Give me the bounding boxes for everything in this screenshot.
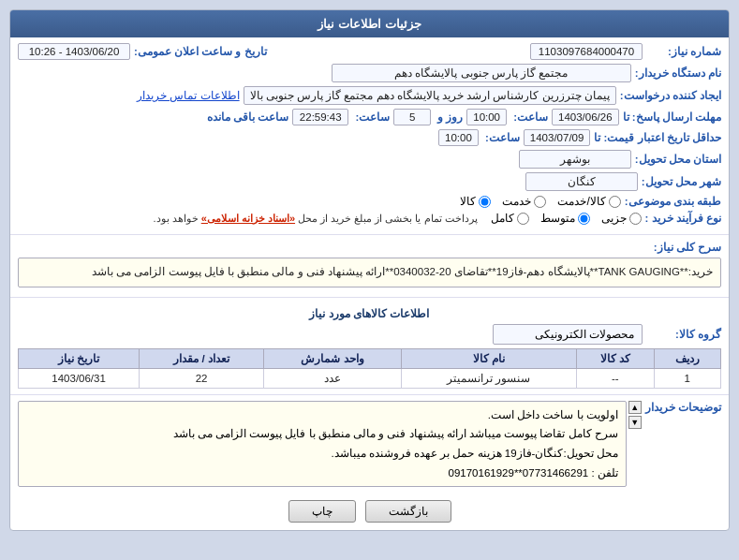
process-option-2[interactable]: متوسط xyxy=(540,212,590,225)
print-button[interactable]: چاپ xyxy=(288,500,356,523)
process-label-1: جزیی xyxy=(601,212,627,225)
main-container: جزئیات اطلاعات نیاز شماره نیاز: 11030976… xyxy=(9,9,730,531)
notes-line: اولویت با ساخت داخل است. xyxy=(26,405,618,425)
city-label: شهر محل تحویل: xyxy=(642,175,721,188)
process-label-2: متوسط xyxy=(540,212,575,225)
province-label: استان محل تحویل: xyxy=(635,153,721,166)
col-unit: واحد شمارش xyxy=(264,348,402,368)
city-value: کنگان xyxy=(525,172,638,191)
category-label-2: خدمت xyxy=(502,195,531,208)
process-option-1[interactable]: جزیی xyxy=(601,212,642,225)
row-creator: ایجاد کننده درخواست: پیمان چترزرین کارشن… xyxy=(18,86,721,105)
response-deadline-label: مهلت ارسال پاسخ: تا xyxy=(623,111,721,124)
process-option-3[interactable]: کامل xyxy=(491,212,529,225)
notes-line: سرح کامل تقاضا پیوست میباشد ارائه پیشنها… xyxy=(26,424,618,444)
creator-link[interactable]: اطلاعات تماس خریدار xyxy=(137,89,239,102)
province-value: بوشهر xyxy=(519,150,631,169)
buyer-notes-panel: توضیحات خریدار ▲ ▼ اولویت با ساخت داخل ا… xyxy=(10,395,729,494)
notes-line: تلفن : 07731466291**09170161929 xyxy=(26,464,618,483)
response-remaining-label: ساعت باقی مانده xyxy=(207,111,288,124)
category-label-1: کالا/خدمت xyxy=(557,195,605,208)
goods-group-value: محصولات الکترونیکی xyxy=(493,324,643,345)
category-label-3: کالا xyxy=(460,195,476,208)
row-province: استان محل تحویل: بوشهر xyxy=(18,150,721,169)
notes-area: ▲ ▼ اولویت با ساخت داخل است.سرح کامل تقا… xyxy=(18,401,642,488)
creator-label: ایجاد کننده درخواست: xyxy=(620,89,721,102)
price-date: 1403/07/09 xyxy=(524,129,591,146)
need-desc-value: خرید:**TANK GAUGING**پالایشگاه دهم-فاز19… xyxy=(18,258,721,287)
process-note-end: خواهد بود. xyxy=(154,213,199,224)
need-number-label: شماره نیاز: xyxy=(646,45,721,58)
scroll-down-arrow[interactable]: ▼ xyxy=(628,416,642,429)
buyer-label: نام دستگاه خریدار: xyxy=(635,66,721,80)
goods-table: ردیف کد کالا نام کالا واحد شمارش تعداد /… xyxy=(18,348,721,389)
date-value: 1403/06/20 - 10:26 xyxy=(18,43,130,60)
goods-info-title: اطلاعات کالاهای مورد نیاز xyxy=(18,307,721,320)
process-note-text: پرداخت تمام یا بخشی از مبلغ خرید از محل xyxy=(298,213,477,224)
response-time-label: ساعت: xyxy=(510,111,548,124)
process-radio-2[interactable] xyxy=(578,213,590,225)
col-date: تاریخ نیاز xyxy=(19,348,140,368)
notes-line: محل تحویل:کنگان-فاز19 هزینه حمل بر عهده … xyxy=(26,444,618,464)
notes-lines: اولویت با ساخت داخل است.سرح کامل تقاضا پ… xyxy=(26,405,618,483)
row-process: نوع فرآیند خرید : جزیی متوسط کامل پرداخت… xyxy=(18,212,721,225)
row-response-deadline: مهلت ارسال پاسخ: تا 1403/06/26 ساعت: 10:… xyxy=(18,109,721,125)
top-info-section: شماره نیاز: 1103097684000470 تاریخ و ساع… xyxy=(10,37,729,235)
page-header: جزئیات اطلاعات نیاز xyxy=(10,10,729,37)
cell-row: 1 xyxy=(654,368,720,388)
process-label: نوع فرآیند خرید : xyxy=(645,212,721,225)
category-radio-1[interactable] xyxy=(609,196,621,208)
page-title: جزئیات اطلاعات نیاز xyxy=(318,17,421,31)
need-number-value: 1103097684000470 xyxy=(530,43,643,60)
table-row: 1 -- سنسور ترانسمیتر عدد 22 1403/06/31 xyxy=(19,368,721,388)
category-label: طبقه بندی موضوعی: xyxy=(625,195,721,208)
process-radio-3[interactable] xyxy=(517,213,529,225)
need-desc-section: سرح کلی نیاز: خرید:**TANK GAUGING**پالای… xyxy=(10,235,729,298)
category-option-1[interactable]: کالا/خدمت xyxy=(557,195,620,208)
goods-info-section: اطلاعات کالاهای مورد نیاز گروه کالا: محص… xyxy=(10,298,729,395)
process-note: پرداخت تمام یا بخشی از مبلغ خرید از محل … xyxy=(154,213,478,225)
scroll-up-arrow[interactable]: ▲ xyxy=(628,401,642,414)
scroll-arrows: ▲ ▼ xyxy=(628,401,642,488)
date-label: تاریخ و ساعت اعلان عمومی: xyxy=(134,45,267,58)
notes-content: اولویت با ساخت داخل است.سرح کامل تقاضا پ… xyxy=(18,401,627,488)
col-name: نام کالا xyxy=(401,348,576,368)
response-time-label2: ساعت: xyxy=(352,111,390,124)
row-category: طبقه بندی موضوعی: کالا/خدمت خدمت کالا xyxy=(18,195,721,208)
col-qty: تعداد / مقدار xyxy=(140,348,264,368)
col-row: ردیف xyxy=(654,348,720,368)
process-label-3: کامل xyxy=(491,212,514,225)
creator-value: پیمان چترزرین کارشناس ارشد خرید پالایشگا… xyxy=(244,86,616,105)
response-days: 5 xyxy=(393,109,431,125)
cell-unit: عدد xyxy=(264,368,402,388)
row-price-deadline: حداقل تاریخ اعتبار قیمت: تا 1403/07/09 س… xyxy=(18,129,721,146)
process-radio-group: جزیی متوسط کامل xyxy=(491,212,642,225)
response-time: 10:00 xyxy=(466,109,507,125)
response-days-label: روز و xyxy=(435,111,463,124)
response-remaining: 22:59:43 xyxy=(292,109,348,125)
cell-date: 1403/06/31 xyxy=(19,368,140,388)
table-header-row: ردیف کد کالا نام کالا واحد شمارش تعداد /… xyxy=(19,348,721,368)
category-option-2[interactable]: خدمت xyxy=(502,195,546,208)
price-deadline-label: حداقل تاریخ اعتبار قیمت: تا xyxy=(594,131,721,144)
category-radio-3[interactable] xyxy=(479,196,491,208)
goods-group-label: گروه کالا: xyxy=(646,328,721,341)
category-radio-2[interactable] xyxy=(534,196,546,208)
category-option-3[interactable]: کالا xyxy=(460,195,491,208)
cell-qty: 22 xyxy=(140,368,264,388)
price-time-label: ساعت: xyxy=(482,131,520,144)
cell-name: سنسور ترانسمیتر xyxy=(401,368,576,388)
buttons-row: بازگشت چاپ xyxy=(10,493,729,530)
col-code: کد کالا xyxy=(576,348,654,368)
process-radio-1[interactable] xyxy=(629,213,642,225)
row-buyer: نام دستگاه خریدار: مجتمع گاز پارس جنوبی … xyxy=(18,64,721,82)
process-note-link[interactable]: «اسناد خزانه اسلامی» xyxy=(201,213,295,224)
row-goods-group: گروه کالا: محصولات الکترونیکی xyxy=(18,324,721,345)
cell-code: -- xyxy=(576,368,654,388)
buyer-value: مجتمع گاز پارس جنوبی پالایشگاه دهم xyxy=(332,64,631,82)
back-button[interactable]: بازگشت xyxy=(365,500,451,523)
need-desc-label: سرح کلی نیاز: xyxy=(654,241,721,254)
row-need-date: شماره نیاز: 1103097684000470 تاریخ و ساع… xyxy=(18,43,721,60)
price-time: 10:00 xyxy=(438,129,479,146)
row-need-desc: سرح کلی نیاز: خرید:**TANK GAUGING**پالای… xyxy=(18,241,721,287)
